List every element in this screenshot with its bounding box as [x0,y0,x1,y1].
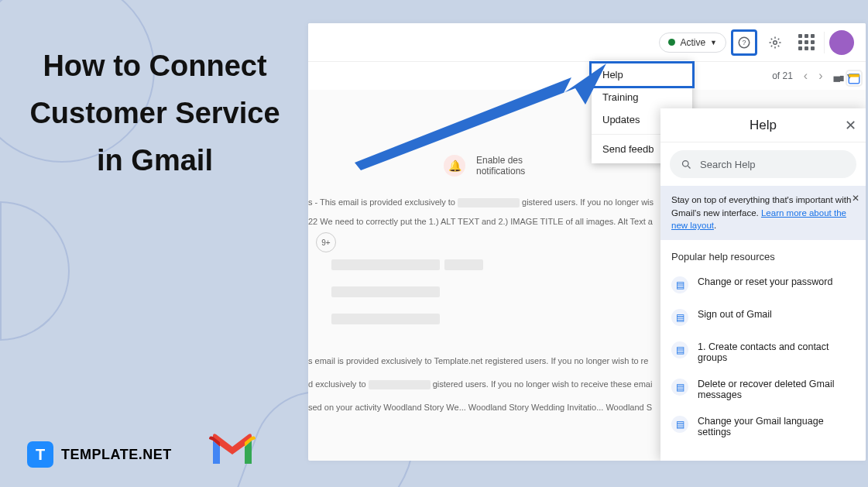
brand-name: TEMPLATE.NET [61,447,172,463]
placeholder-block [331,259,483,270]
close-icon[interactable]: ✕ [845,117,856,134]
svg-rect-5 [849,74,859,77]
page-title: How to Connect Customer Service in Gmail [23,43,286,183]
search-icon [681,159,692,170]
email-row[interactable]: 22 We need to correctly put the 1.) ALT … [308,217,653,226]
calendar-sidebar-icon[interactable] [846,70,863,87]
placeholder-block [331,286,440,297]
menu-item-help[interactable]: Help [589,61,695,88]
divider [824,32,825,53]
decor-curve [0,201,70,341]
user-avatar[interactable] [829,30,854,55]
help-resource-item[interactable]: ▤1. Create contacts and contact groups [660,334,866,371]
article-icon: ▤ [671,276,688,293]
template-icon: T [27,441,53,468]
prev-page-button[interactable]: ‹ [804,69,808,83]
gear-icon [768,36,782,50]
article-icon: ▤ [671,341,688,358]
settings-button[interactable] [762,29,788,56]
chevron-down-icon: ▼ [710,39,717,46]
placeholder-block [331,314,440,324]
help-resource-item[interactable]: ▤Change your Gmail language settings [660,408,866,445]
help-info-banner: Stay on top of everything that's importa… [660,186,866,240]
notif-text-1: Enable des [476,155,525,166]
article-icon: ▤ [671,309,688,326]
status-label: Active [680,37,705,48]
status-pill[interactable]: Active ▼ [659,33,726,53]
email-row[interactable]: d exclusively to gistered users. If you … [308,379,652,389]
pagination-label: of 21 [772,70,793,81]
search-placeholder: Search Help [700,159,756,170]
email-row[interactable]: s - This email is provided exclusively t… [308,197,654,207]
help-side-panel: Help ✕ Search Help Stay on top of everyt… [660,108,866,461]
question-icon: ? [737,36,751,50]
gmail-screenshot: Active ▼ ? of 21 ‹ › ▄▖▾ Help Training U… [308,23,866,461]
email-row[interactable]: s email is provided exclusively to Templ… [308,356,648,365]
overflow-badge[interactable]: 9+ [316,232,336,252]
notification-banner: 🔔 Enable des notifications [444,155,525,177]
notif-text-2: notifications [476,166,525,177]
help-icon-button[interactable]: ? [731,29,757,56]
help-panel-title: Help [750,118,777,133]
svg-point-3 [774,40,777,44]
svg-point-6 [683,160,689,166]
brand-logo: T TEMPLATE.NET [27,441,172,468]
help-search-input[interactable]: Search Help [670,150,856,178]
bell-icon: 🔔 [444,155,465,177]
help-panel-header: Help ✕ [660,108,866,142]
gmail-topbar: Active ▼ ? [308,23,866,62]
menu-item-training[interactable]: Training [592,86,692,108]
article-icon: ▤ [671,379,688,396]
article-icon: ▤ [671,416,688,433]
banner-close-icon[interactable]: ✕ [852,192,859,205]
status-dot-icon [668,39,675,46]
svg-line-7 [688,166,690,168]
email-row[interactable]: sed on your activity Woodland Story We..… [308,403,652,412]
gmail-logo-icon [209,433,256,468]
gmail-subbar: of 21 ‹ › ▄▖▾ [308,62,866,90]
help-section-heading: Popular help resources [660,240,866,269]
help-resource-item[interactable]: ▤Sign out of Gmail [660,301,866,334]
apps-button[interactable] [793,29,819,56]
next-page-button[interactable]: › [818,69,822,83]
help-resource-item[interactable]: ▤Change or reset your password [660,269,866,301]
apps-grid-icon [798,34,815,50]
svg-text:?: ? [742,39,746,46]
help-resource-item[interactable]: ▤Delete or recover deleted Gmail message… [660,371,866,408]
